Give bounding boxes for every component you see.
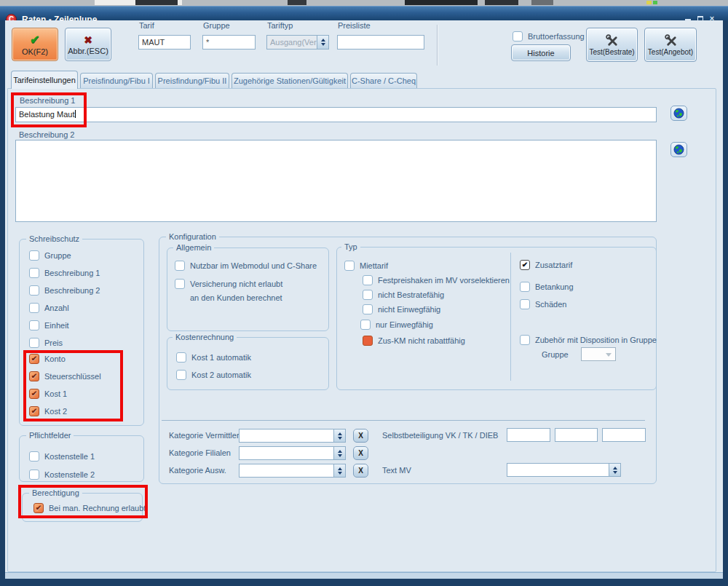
checkbox-label: Zubehör mit Disposition in Gruppe bbox=[535, 336, 657, 344]
schreibschutz-row: Konto bbox=[29, 353, 66, 364]
checkbox-label: Kost 1 automatik bbox=[191, 353, 251, 362]
tarif-input[interactable]: MAUT bbox=[138, 35, 191, 50]
kategorie-filialen-input[interactable] bbox=[239, 446, 346, 460]
historie-button[interactable]: Historie bbox=[511, 44, 571, 61]
tab-preisfindung-fibu-1[interactable]: Preisfindung/Fibu I bbox=[80, 73, 153, 88]
desktop-sliver bbox=[0, 0, 728, 6]
text-mv-label: Text MV bbox=[382, 466, 411, 475]
toolbar-separator bbox=[437, 25, 438, 66]
typ-gruppe-select[interactable] bbox=[581, 347, 616, 361]
kategorie-ausw-spinner[interactable] bbox=[333, 464, 345, 477]
kategorie-ausw-input[interactable] bbox=[239, 464, 346, 478]
schreibschutz-row: Steuerschlüssel bbox=[29, 371, 101, 381]
betankung-checkbox[interactable] bbox=[520, 282, 530, 292]
pflichtfelder-title: Pflichtfelder bbox=[26, 431, 74, 440]
checkbox-label: Zusatztarif bbox=[535, 261, 572, 269]
gruppe-checkbox[interactable] bbox=[29, 250, 39, 261]
kategorie-ausw-label: Kategorie Ausw. bbox=[169, 466, 226, 475]
tariftyp-value: Ausgang(Ver bbox=[270, 38, 317, 47]
selbstbeteiligung-label: Selbstbeteiligung VK / TK / DIEB bbox=[382, 431, 498, 440]
kostenstelle2-checkbox[interactable] bbox=[29, 470, 39, 480]
translate-beschreibung1-button[interactable] bbox=[670, 106, 687, 121]
kost2-checkbox[interactable] bbox=[29, 406, 39, 416]
cancel-button[interactable]: ✖ Abbr.(ESC) bbox=[65, 28, 111, 61]
checkbox-label: Konto bbox=[44, 355, 66, 363]
checkbox-label: Steuerschlüssel bbox=[44, 372, 101, 381]
beschreibung1-checkbox[interactable] bbox=[29, 268, 39, 278]
schreibschutz-row: Kost 2 bbox=[29, 405, 67, 416]
allgemein-title: Allgemein bbox=[173, 243, 214, 252]
festpreishaken-checkbox[interactable] bbox=[363, 275, 373, 285]
beschreibung2-label: Beschreibung 2 bbox=[19, 130, 74, 139]
pflichtfelder-row: Kostenstelle 2 bbox=[29, 469, 95, 480]
beschreibung1-value: Belastung Maut bbox=[19, 110, 74, 119]
preis-checkbox[interactable] bbox=[29, 338, 39, 348]
miettarif-checkbox[interactable] bbox=[344, 261, 355, 271]
kategorie-filialen-spinner[interactable] bbox=[333, 447, 345, 459]
kostenstelle1-checkbox[interactable] bbox=[29, 451, 39, 462]
text-mv-select[interactable] bbox=[507, 463, 621, 477]
beschreibung1-input[interactable]: Belastung Maut bbox=[15, 107, 657, 122]
nicht-bestratefaehig-checkbox[interactable] bbox=[363, 290, 373, 300]
test-bestrate-button[interactable]: Test(Bestrate) bbox=[586, 28, 638, 62]
app-window: C Raten - Zeilenlupe × ✔ OK(F2) ✖ Abbr.(… bbox=[0, 0, 728, 586]
preisliste-input[interactable] bbox=[337, 35, 424, 50]
test-angebot-button[interactable]: Test(Angebot) bbox=[644, 28, 697, 62]
steuerschluessel-checkbox[interactable] bbox=[29, 371, 39, 381]
schaeden-checkbox[interactable] bbox=[520, 299, 530, 309]
gruppe-label: Gruppe bbox=[203, 21, 230, 30]
typ-row: Zubehör mit Disposition in Gruppe bbox=[520, 334, 657, 345]
selbstbeteiligung-tk-input[interactable] bbox=[555, 428, 598, 442]
anzahl-checkbox[interactable] bbox=[29, 303, 39, 313]
globe-icon bbox=[673, 108, 684, 119]
kostenrechnung-row: Kost 1 automatik bbox=[176, 352, 251, 363]
ok-button[interactable]: ✔ OK(F2) bbox=[12, 28, 58, 61]
window-border-bottom bbox=[0, 579, 728, 586]
tab-preisfindung-fibu-2[interactable]: Preisfindung/Fibu II bbox=[155, 73, 229, 88]
translate-beschreibung2-button[interactable] bbox=[670, 142, 687, 157]
checkbox-label: Anzahl bbox=[44, 304, 69, 312]
kategorie-vermittler-input[interactable] bbox=[239, 429, 346, 443]
versicherung-label-line2: an den Kunden berechnet bbox=[190, 293, 282, 302]
kostenrechnung-row: Kost 2 automatik bbox=[176, 369, 251, 380]
kategorie-vermittler-clear-button[interactable]: X bbox=[353, 429, 368, 443]
einheit-checkbox[interactable] bbox=[29, 320, 39, 330]
gruppe-input[interactable]: * bbox=[202, 35, 256, 50]
bruttoerfassung-checkbox[interactable] bbox=[513, 31, 523, 41]
kategorie-vermittler-spinner[interactable] bbox=[333, 429, 345, 442]
kategorie-ausw-clear-button[interactable]: X bbox=[353, 464, 368, 478]
typ-title: Typ bbox=[341, 242, 360, 251]
versicherung-checkbox[interactable] bbox=[175, 279, 185, 289]
checkbox-label: Beschreibung 1 bbox=[44, 269, 100, 277]
selbstbeteiligung-dieb-input[interactable] bbox=[602, 428, 646, 442]
ok-button-label: OK(F2) bbox=[22, 47, 48, 56]
schreibschutz-row: Kost 1 bbox=[29, 388, 67, 399]
schreibschutz-row: Beschreibung 2 bbox=[29, 285, 100, 296]
zusatztarif-checkbox[interactable] bbox=[520, 260, 530, 270]
zubehoer-checkbox[interactable] bbox=[520, 335, 530, 345]
nicht-einwegfaehig-checkbox[interactable] bbox=[363, 304, 373, 314]
tab-tarifeinstellungen[interactable]: Tarifeinstellungen bbox=[11, 71, 78, 89]
titlebar: C Raten - Zeilenlupe × bbox=[0, 6, 728, 20]
zuskm-checkbox[interactable] bbox=[363, 336, 373, 346]
tab-stationen-gueltigkeit[interactable]: Zugehörige Stationen/Gültigkeit bbox=[232, 73, 348, 88]
beschreibung2-textarea[interactable] bbox=[15, 140, 657, 222]
tab-cshare-ccheq[interactable]: C-Share / C-Cheq bbox=[350, 73, 417, 88]
typ-row: nicht Bestratefähig bbox=[363, 289, 444, 300]
man-rechnung-checkbox[interactable] bbox=[33, 503, 44, 513]
checkbox-label: nicht Einwegfähig bbox=[378, 305, 440, 314]
kost2-automatik-checkbox[interactable] bbox=[176, 370, 186, 380]
text-mv-spinner[interactable] bbox=[609, 464, 620, 476]
beschreibung2-checkbox[interactable] bbox=[29, 285, 39, 296]
kost1-automatik-checkbox[interactable] bbox=[176, 352, 186, 363]
tariftyp-spinner[interactable] bbox=[317, 36, 328, 49]
konto-checkbox[interactable] bbox=[29, 354, 39, 364]
tariftyp-select[interactable]: Ausgang(Ver bbox=[266, 35, 329, 50]
window-border-left bbox=[0, 20, 5, 579]
selbstbeteiligung-vk-input[interactable] bbox=[507, 428, 550, 442]
nur-einwegfaehig-checkbox[interactable] bbox=[360, 320, 371, 330]
kost1-checkbox[interactable] bbox=[29, 389, 39, 399]
allgemein-row: Nutzbar im Webmodul und C-Share bbox=[175, 260, 317, 271]
kategorie-filialen-clear-button[interactable]: X bbox=[353, 446, 368, 460]
webmodul-checkbox[interactable] bbox=[175, 261, 185, 271]
